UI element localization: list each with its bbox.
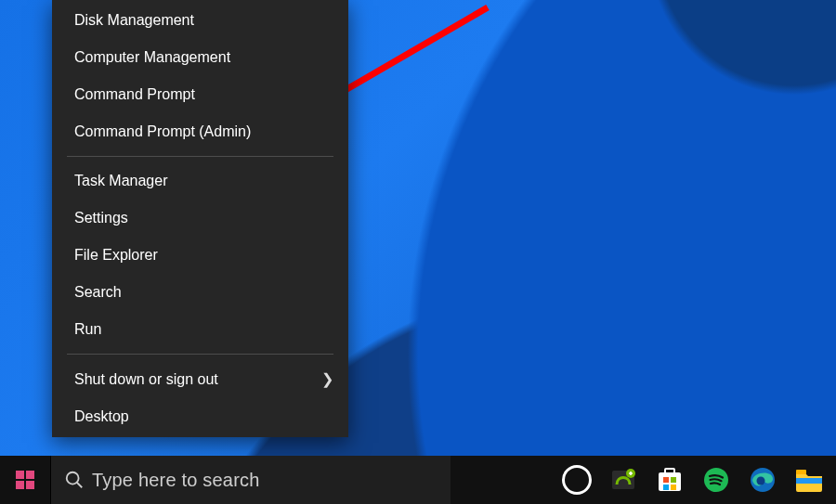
menu-item-label: Computer Management xyxy=(74,49,230,66)
menu-item-label: Search xyxy=(74,284,122,301)
cortana-icon xyxy=(562,465,592,495)
search-placeholder: Type here to search xyxy=(92,470,260,491)
menu-item-label: Command Prompt xyxy=(74,86,195,103)
file-explorer-icon xyxy=(794,466,824,494)
svg-line-2 xyxy=(77,483,83,488)
menu-item-file-explorer[interactable]: File Explorer xyxy=(52,237,348,274)
microsoft-store-icon xyxy=(655,465,685,495)
menu-item-desktop[interactable]: Desktop xyxy=(52,398,348,435)
menu-item-command-prompt[interactable]: Command Prompt xyxy=(52,76,348,113)
menu-separator xyxy=(67,354,333,355)
menu-item-run[interactable]: Run xyxy=(52,311,348,348)
search-box[interactable]: Type here to search xyxy=(50,456,451,504)
menu-item-label: File Explorer xyxy=(74,247,158,264)
menu-separator xyxy=(67,156,333,157)
svg-rect-15 xyxy=(796,470,806,474)
svg-rect-7 xyxy=(663,477,669,483)
menu-item-disk-management[interactable]: Disk Management xyxy=(52,2,348,39)
menu-item-task-manager[interactable]: Task Manager xyxy=(52,162,348,200)
microsoft-store-button[interactable] xyxy=(648,459,691,501)
menu-item-label: Desktop xyxy=(74,408,129,425)
taskbar: Type here to search xyxy=(0,456,836,504)
menu-item-search[interactable]: Search xyxy=(52,274,348,311)
svg-rect-8 xyxy=(671,477,676,483)
menu-item-label: Run xyxy=(74,321,101,338)
svg-point-1 xyxy=(67,472,79,485)
file-explorer-button[interactable] xyxy=(788,459,830,501)
taskbar-tray xyxy=(550,456,836,504)
chevron-right-icon: ❯ xyxy=(321,370,333,388)
windows-logo-icon xyxy=(16,471,34,489)
menu-item-label: Shut down or sign out xyxy=(74,371,218,388)
svg-rect-14 xyxy=(796,478,822,484)
svg-rect-6 xyxy=(665,469,674,474)
nvidia-icon xyxy=(609,466,637,494)
start-button[interactable] xyxy=(0,456,50,504)
menu-item-computer-management[interactable]: Computer Management xyxy=(52,39,348,76)
cortana-button[interactable] xyxy=(555,459,598,501)
svg-point-13 xyxy=(757,477,765,485)
svg-rect-10 xyxy=(671,485,676,490)
spotify-button[interactable] xyxy=(695,459,738,501)
edge-button[interactable] xyxy=(741,459,784,501)
menu-item-label: Settings xyxy=(74,210,128,226)
menu-item-shutdown[interactable]: Shut down or sign out❯ xyxy=(52,360,348,398)
svg-rect-9 xyxy=(663,485,669,490)
edge-icon xyxy=(749,466,777,494)
menu-item-label: Command Prompt (Admin) xyxy=(74,123,251,140)
spotify-icon xyxy=(702,466,730,494)
menu-item-settings[interactable]: Settings xyxy=(52,200,348,237)
menu-item-label: Task Manager xyxy=(74,173,168,189)
menu-item-label: Disk Management xyxy=(74,12,194,29)
menu-item-command-prompt-admin[interactable]: Command Prompt (Admin) xyxy=(52,113,348,150)
nvidia-button[interactable] xyxy=(602,459,645,501)
search-icon xyxy=(64,470,85,490)
winx-context-menu: Disk ManagementComputer ManagementComman… xyxy=(52,0,348,437)
